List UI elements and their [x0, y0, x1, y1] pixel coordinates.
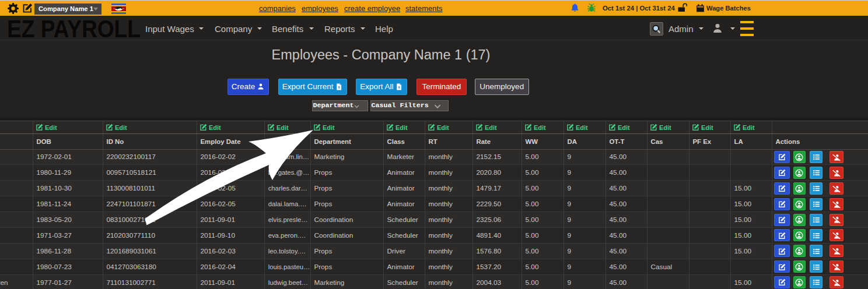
svg-text:x: x: [338, 85, 340, 89]
svg-text:x: x: [398, 85, 400, 89]
